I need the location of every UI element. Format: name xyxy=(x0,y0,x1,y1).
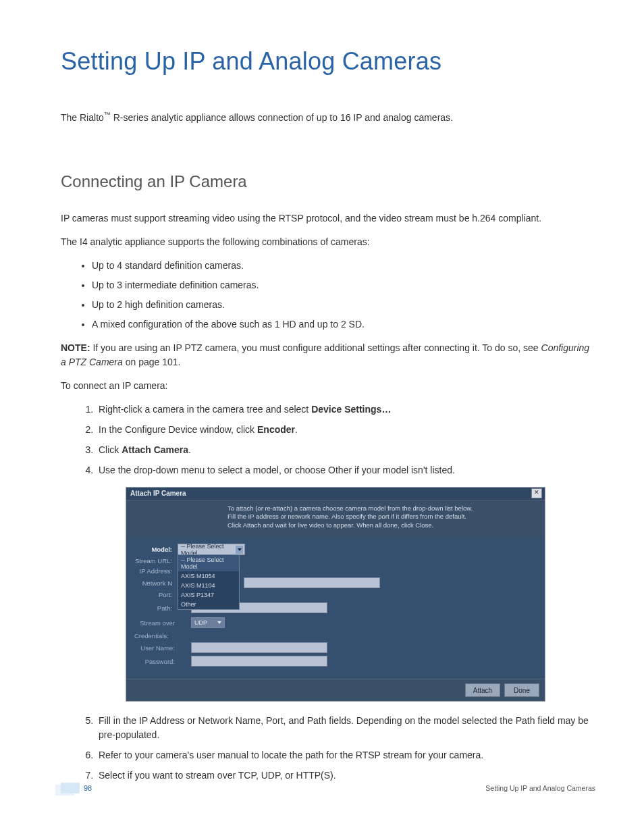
network-name-label: Network N xyxy=(133,579,178,587)
section-heading: Connecting an IP Camera xyxy=(61,172,595,191)
list-item: In the Configure Device window, click En… xyxy=(96,423,595,437)
list-item: Up to 2 high definition cameras. xyxy=(92,298,595,312)
stream-over-value: UDP xyxy=(194,619,207,626)
attach-button[interactable]: Attach xyxy=(465,683,500,697)
stream-url-label: Stream URL: xyxy=(133,557,178,565)
model-option[interactable]: -- Please Select Model xyxy=(178,555,239,571)
done-button[interactable]: Done xyxy=(504,683,539,697)
paragraph-combos: The I4 analytic appliance supports the f… xyxy=(61,235,595,249)
footer-title: Setting Up IP and Analog Cameras xyxy=(485,784,595,792)
paragraph-rtsp: IP cameras must support streaming video … xyxy=(61,211,595,226)
steps-list-cont: Fill in the IP Address or Network Name, … xyxy=(61,714,595,783)
model-option[interactable]: Other xyxy=(178,600,239,609)
list-item: Fill in the IP Address or Network Name, … xyxy=(96,714,595,742)
password-input[interactable] xyxy=(191,656,327,667)
step-post: . xyxy=(295,424,298,435)
list-item: Refer to your camera's user manual to lo… xyxy=(96,748,595,762)
chevron-down-icon xyxy=(216,619,223,626)
close-icon[interactable]: ✕ xyxy=(531,488,542,498)
list-item: Up to 3 intermediate definition cameras. xyxy=(92,278,595,292)
page-number: 98 xyxy=(84,784,92,792)
note-label: NOTE: xyxy=(61,342,90,353)
list-item: Click Attach Camera. xyxy=(96,443,595,457)
model-label: Model: xyxy=(133,546,178,553)
list-item: Use the drop-down menu to select a model… xyxy=(96,463,595,477)
model-select[interactable]: -- Please Select Model xyxy=(178,544,245,555)
model-option[interactable]: AXIS M1104 xyxy=(178,581,239,590)
model-option[interactable]: AXIS M1054 xyxy=(178,571,239,581)
trademark-symbol: ™ xyxy=(104,111,111,118)
list-item: A mixed configuration of the above such … xyxy=(92,317,595,332)
page-footer: 98 Setting Up IP and Analog Cameras xyxy=(61,783,595,793)
model-dropdown[interactable]: -- Please Select Model AXIS M1054 AXIS M… xyxy=(178,554,240,610)
step-bold: Attach Camera xyxy=(122,444,188,455)
dialog-instructions: To attach (or re-attach) a camera choose… xyxy=(126,500,545,537)
attach-ip-camera-dialog: Attach IP Camera ✕ To attach (or re-atta… xyxy=(126,487,545,702)
list-item: Up to 4 standard definition cameras. xyxy=(92,259,595,273)
dialog-titlebar: Attach IP Camera ✕ xyxy=(126,488,545,500)
stream-over-select[interactable]: UDP xyxy=(191,617,225,628)
step-text: In the Configure Device window, click xyxy=(99,424,257,435)
step-bold: Encoder xyxy=(257,424,295,435)
password-label: Password: xyxy=(133,658,180,665)
list-item: Right-click a camera in the camera tree … xyxy=(96,402,595,417)
intro-paragraph: The Rialto™ R-series analytic appliance … xyxy=(61,109,595,125)
intro-pre: The Rialto xyxy=(61,112,104,123)
note-body: If you are using an IP PTZ camera, you m… xyxy=(90,342,541,353)
intro-post: R-series analytic appliance allows conne… xyxy=(111,112,453,123)
step-text: Right-click a camera in the camera tree … xyxy=(99,404,311,415)
page-title: Setting Up IP and Analog Cameras xyxy=(61,47,595,76)
username-label: User Name: xyxy=(133,644,180,652)
network-name-input[interactable] xyxy=(244,577,380,588)
port-label: Port: xyxy=(133,591,178,598)
stream-over-label: Stream over xyxy=(133,619,180,627)
list-item: Select if you want to stream over TCP, U… xyxy=(96,768,595,783)
ip-address-label: IP Address: xyxy=(133,567,178,575)
paragraph-to-connect: To connect an IP camera: xyxy=(61,379,595,393)
chevron-down-icon xyxy=(236,546,243,554)
step-post: . xyxy=(188,444,191,455)
camera-combos-list: Up to 4 standard definition cameras. Up … xyxy=(61,259,595,332)
credentials-label: Credentials: xyxy=(134,632,538,640)
username-input[interactable] xyxy=(191,642,327,653)
step-text: Click xyxy=(99,444,122,455)
model-option[interactable]: AXIS P1347 xyxy=(178,590,239,600)
page-number-decoration xyxy=(61,783,80,793)
step-bold: Device Settings… xyxy=(311,404,391,415)
path-label: Path: xyxy=(133,604,178,612)
note-paragraph: NOTE: If you are using an IP PTZ camera,… xyxy=(61,341,595,369)
note-tail: on page 101. xyxy=(123,357,181,367)
dialog-title: Attach IP Camera xyxy=(130,490,186,497)
steps-list: Right-click a camera in the camera tree … xyxy=(61,402,595,477)
